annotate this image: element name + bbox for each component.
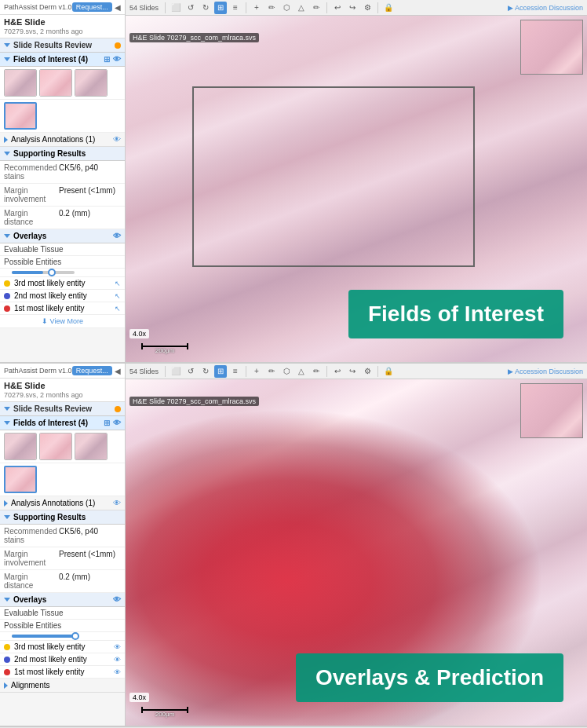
margin-involvement-row: Margin involvement Present (<1mm) [0,184,125,207]
analysis-section-2[interactable]: Analysis Annotations (1) 👁 [0,496,125,510]
eye-icon-2[interactable]: 👁 [113,419,121,427]
eye-icon[interactable]: 👁 [113,55,121,64]
entity-row-6: 1st most likely entity 👁 [0,666,125,679]
overlays-eye-icon-2[interactable]: 👁 [113,595,121,604]
slide-results-header[interactable]: Slide Results Review [0,38,125,53]
recommended-stains-row: Recommended stains CK5/6, p40 [0,161,125,184]
minimap-2[interactable] [520,383,583,438]
entity-row-4: 3rd most likely entity 👁 [0,641,125,653]
tool-icon-3[interactable]: ⬡ [280,2,293,14]
redo-icon[interactable]: ↻ [199,2,212,14]
tool-icon-7[interactable]: ↪ [346,2,359,14]
slider-thumb-2[interactable] [71,632,79,640]
tool-icon-9[interactable]: + [250,365,263,378]
collapse-icon-2[interactable]: ◀ [115,367,121,375]
copy-icon[interactable]: ⬜ [170,2,182,14]
tool-icon-5[interactable]: ✏ [310,2,323,14]
entity-icon-6[interactable]: 👁 [114,668,121,676]
thumbnail-4-active[interactable] [4,102,37,130]
thumbnail-6[interactable] [39,433,72,460]
tool-icon-10[interactable]: ✏ [265,365,278,378]
grid-view-icon[interactable]: ⊞ [214,2,227,14]
supporting-header-2[interactable]: Supporting Results [0,510,125,525]
foi-header-2[interactable]: Fields of Interest (4) ⊞ 👁 [0,416,125,430]
undo-icon[interactable]: ↺ [184,2,197,14]
viewer-canvas-2[interactable]: H&E Slide 70279_scc_com_mlraca.svs 4.0x … [126,379,587,726]
grid-icon-2[interactable]: ⊞ [104,419,110,427]
redo-icon-2[interactable]: ↻ [199,365,212,378]
tool-icon-13[interactable]: ✏ [310,365,323,378]
slider-container-2 [0,632,125,641]
accession-button[interactable]: ▶ Accession Discussion [508,4,583,12]
tool-icon-8[interactable]: ⚙ [361,2,374,14]
entity-icon-1[interactable]: ↖ [115,280,121,287]
analysis-label-2: Analysis Annotations (1) [11,499,95,507]
tool-icon-12[interactable]: △ [295,365,308,378]
undo-icon-2[interactable]: ↺ [184,365,197,378]
grid-view-icon-2[interactable]: ⊞ [214,365,227,378]
analysis-label: Analysis Annotations (1) [11,135,95,144]
slider-1[interactable] [12,271,75,274]
slider-2[interactable] [12,635,75,638]
list-view-icon-2[interactable]: ≡ [229,365,242,378]
foi-expand-icon [4,57,10,61]
overlays-expand-icon [4,234,10,238]
lock-icon-2[interactable]: 🔒 [382,365,395,378]
entity-icon-4[interactable]: 👁 [114,643,121,651]
thumbnail-7[interactable] [75,433,108,460]
thumbnail-8-active[interactable] [4,466,37,493]
overlays-eye-icon[interactable]: 👁 [113,232,121,240]
collapse-icon[interactable]: ◀ [115,3,121,12]
overlays-header[interactable]: Overlays 👁 [0,229,125,243]
grid-icon[interactable]: ⊞ [104,55,110,64]
tool-icon-4[interactable]: △ [295,2,308,14]
foi-label: Fields of Interest (4) [13,55,88,64]
slide-results-header-2[interactable]: Slide Results Review [0,402,125,416]
panel-1: PathAssist Derm v1.0 Request... ◀ H&E Sl… [0,0,587,364]
entity-dot-blue [4,293,10,299]
thumbnail-1[interactable] [4,69,37,97]
tool-icon-6[interactable]: ↩ [331,2,344,14]
entity-icon-5[interactable]: 👁 [114,656,121,664]
alignments-section[interactable]: Alignments [0,679,125,693]
thumbnail-5[interactable] [4,433,37,460]
accession-button-2[interactable]: ▶ Accession Discussion [508,368,583,375]
tool-icon-16[interactable]: ⚙ [361,365,374,378]
sep-7 [326,366,327,377]
copy-icon-2[interactable]: ⬜ [170,365,182,378]
entity-icon-3[interactable]: ↖ [115,305,121,313]
thumb-img-8 [5,467,35,492]
view-more-button[interactable]: ⬇ View More [0,315,125,328]
tool-icon-14[interactable]: ↩ [331,365,344,378]
minimap-1[interactable] [520,20,583,75]
entity-row-3: 1st most likely entity ↖ [0,302,125,315]
scale-bar-2: 200μm [141,709,188,718]
viewer-canvas-1[interactable]: H&E Slide 70279_scc_com_mlraca.svs 4.0x … [126,16,587,362]
tool-icon-1[interactable]: + [250,2,263,14]
app-title: PathAssist Derm v1.0 [4,3,72,11]
request-button-2[interactable]: Request... [72,366,112,375]
slider-thumb-1[interactable] [48,269,56,276]
analysis-section[interactable]: Analysis Annotations (1) 👁 [0,133,125,147]
thumbnail-2[interactable] [39,69,72,97]
tool-icon-15[interactable]: ↪ [346,365,359,378]
scale-line-2 [141,709,188,711]
tool-icon-11[interactable]: ⬡ [280,365,293,378]
overlays-header-2[interactable]: Overlays 👁 [0,593,125,607]
entity-icon-2[interactable]: ↖ [115,292,121,300]
entity-row-1: 3rd most likely entity ↖ [0,277,125,290]
foi-label-2: Fields of Interest (4) [13,419,88,427]
tool-icon-2[interactable]: ✏ [265,2,278,14]
analysis-eye-icon-2[interactable]: 👁 [113,499,121,507]
analysis-eye-icon[interactable]: 👁 [113,135,121,144]
request-button[interactable]: Request... [72,2,112,12]
evaluable-tissue-2: Evaluable Tissue [0,607,125,620]
supporting-header[interactable]: Supporting Results [0,147,125,161]
lock-icon[interactable]: 🔒 [382,2,395,14]
slide-count-2: 54 Slides [129,368,159,375]
foi-header[interactable]: Fields of Interest (4) ⊞ 👁 [0,53,125,67]
margin-value-2: Present (<1mm) [59,550,115,567]
list-view-icon[interactable]: ≡ [229,2,242,14]
thumbnail-3[interactable] [75,69,108,97]
foi-icons: ⊞ 👁 [104,55,121,64]
